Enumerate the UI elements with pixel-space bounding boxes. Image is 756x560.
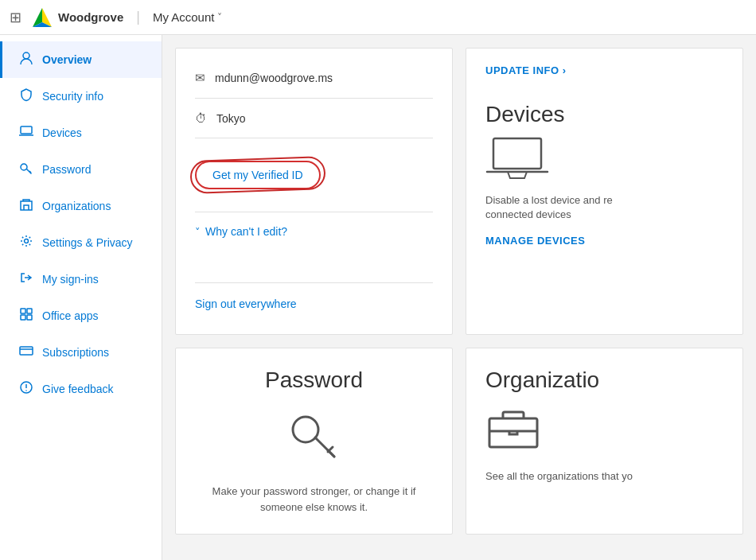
sidebar-item-security-info[interactable]: Security info xyxy=(0,78,162,115)
verified-id-button[interactable]: Get my Verified ID xyxy=(195,161,321,189)
user-email: mdunn@woodgrove.ms xyxy=(215,72,333,84)
sidebar-label-organizations: Organizations xyxy=(42,200,111,212)
logo-text: Woodgrove xyxy=(58,10,123,24)
signin-icon xyxy=(18,270,34,288)
shield-icon xyxy=(18,88,34,105)
svg-rect-8 xyxy=(21,309,25,313)
divider-1 xyxy=(195,98,433,99)
laptop-large-icon xyxy=(485,137,549,184)
divider-4 xyxy=(195,282,433,283)
topbar-separator: | xyxy=(136,9,140,25)
user-location: Tokyo xyxy=(216,112,246,125)
person-icon xyxy=(18,51,34,68)
location-row: ⏱ Tokyo xyxy=(195,105,433,131)
apps-icon xyxy=(18,307,34,325)
password-card: Password Make your password stronger, or… xyxy=(175,348,453,535)
org-card: Organizatio See all the organizations th… xyxy=(466,348,743,535)
divider-2 xyxy=(195,138,433,138)
sidebar-item-password[interactable]: Password xyxy=(0,151,162,188)
email-row: ✉ mdunn@woodgrove.ms xyxy=(195,64,433,91)
account-label: My Account xyxy=(153,10,215,24)
chevron-down-icon: ˅ xyxy=(195,226,201,238)
arrow-right-icon: › xyxy=(563,64,567,76)
svg-rect-9 xyxy=(27,309,32,313)
sidebar: Overview Security info Devices xyxy=(0,35,162,560)
devices-card: UPDATE INFO › Devices Disable a lost dev… xyxy=(466,48,743,335)
logo-icon xyxy=(31,6,53,29)
svg-point-3 xyxy=(23,52,29,59)
sidebar-item-overview[interactable]: Overview xyxy=(0,41,162,78)
sidebar-label-overview: Overview xyxy=(42,53,92,66)
sign-out-link[interactable]: Sign out everywhere xyxy=(195,290,433,318)
svg-rect-11 xyxy=(27,315,32,320)
verified-id-label: Get my Verified ID xyxy=(212,169,303,181)
key-icon xyxy=(18,161,34,178)
sidebar-label-my-sign-ins: My sign-ins xyxy=(42,273,99,286)
update-info-link[interactable]: UPDATE INFO › xyxy=(485,64,567,76)
sidebar-item-office-apps[interactable]: Office apps xyxy=(0,298,162,334)
sidebar-label-office-apps: Office apps xyxy=(42,309,99,322)
card-icon xyxy=(18,344,34,361)
sidebar-item-my-sign-ins[interactable]: My sign-ins xyxy=(0,261,162,298)
waffle-icon[interactable]: ⊞ xyxy=(10,9,21,26)
svg-rect-4 xyxy=(21,126,32,134)
feedback-icon xyxy=(18,380,34,398)
why-edit-label: Why can't I edit? xyxy=(205,225,287,238)
org-card-title: Organizatio xyxy=(485,368,599,393)
account-switcher[interactable]: My Account ˅ xyxy=(153,10,223,24)
logo-container: Woodgrove xyxy=(31,6,123,29)
manage-devices-link[interactable]: MANAGE DEVICES xyxy=(485,235,585,247)
content-area: ✉ mdunn@woodgrove.ms ⏱ Tokyo Get my Veri… xyxy=(162,35,756,560)
building-icon xyxy=(18,197,34,215)
clock-icon: ⏱ xyxy=(195,111,207,125)
sidebar-label-settings-privacy: Settings & Privacy xyxy=(42,236,133,249)
why-edit-toggle[interactable]: ˅ Why can't I edit? xyxy=(195,219,433,244)
email-icon: ✉ xyxy=(195,71,205,85)
sidebar-item-settings-privacy[interactable]: Settings & Privacy xyxy=(0,224,162,261)
update-info-label: UPDATE INFO xyxy=(485,64,559,76)
sidebar-label-devices: Devices xyxy=(42,126,82,139)
profile-card: ✉ mdunn@woodgrove.ms ⏱ Tokyo Get my Veri… xyxy=(175,48,453,335)
svg-rect-12 xyxy=(20,347,33,355)
sidebar-item-organizations[interactable]: Organizations xyxy=(0,188,162,224)
svg-rect-15 xyxy=(493,138,541,169)
devices-card-title: Devices xyxy=(485,102,565,127)
devices-description: Disable a lost device and re connected d… xyxy=(485,193,629,222)
sidebar-item-devices[interactable]: Devices xyxy=(0,115,162,151)
sidebar-label-give-feedback: Give feedback xyxy=(42,383,114,395)
key-large-icon xyxy=(286,406,342,471)
svg-point-14 xyxy=(25,390,27,391)
divider-3 xyxy=(195,212,433,212)
sidebar-label-security-info: Security info xyxy=(42,90,103,103)
laptop-icon xyxy=(18,124,34,142)
main-layout: Overview Security info Devices xyxy=(0,35,756,560)
settings-icon xyxy=(18,234,34,251)
sidebar-item-subscriptions[interactable]: Subscriptions xyxy=(0,334,162,371)
chevron-down-icon: ˅ xyxy=(217,12,222,23)
svg-rect-17 xyxy=(489,418,537,447)
org-description: See all the organizations that yo xyxy=(485,469,633,484)
svg-point-7 xyxy=(25,239,29,243)
password-description: Make your password stronger, or change i… xyxy=(211,484,418,515)
briefcase-icon xyxy=(485,402,541,459)
svg-rect-10 xyxy=(21,315,25,320)
sidebar-item-give-feedback[interactable]: Give feedback xyxy=(0,371,162,407)
sidebar-label-password: Password xyxy=(42,163,91,176)
topbar: ⊞ Woodgrove | My Account ˅ xyxy=(0,0,756,35)
svg-point-5 xyxy=(21,164,27,170)
sidebar-label-subscriptions: Subscriptions xyxy=(42,346,109,359)
password-card-title: Password xyxy=(265,368,363,393)
